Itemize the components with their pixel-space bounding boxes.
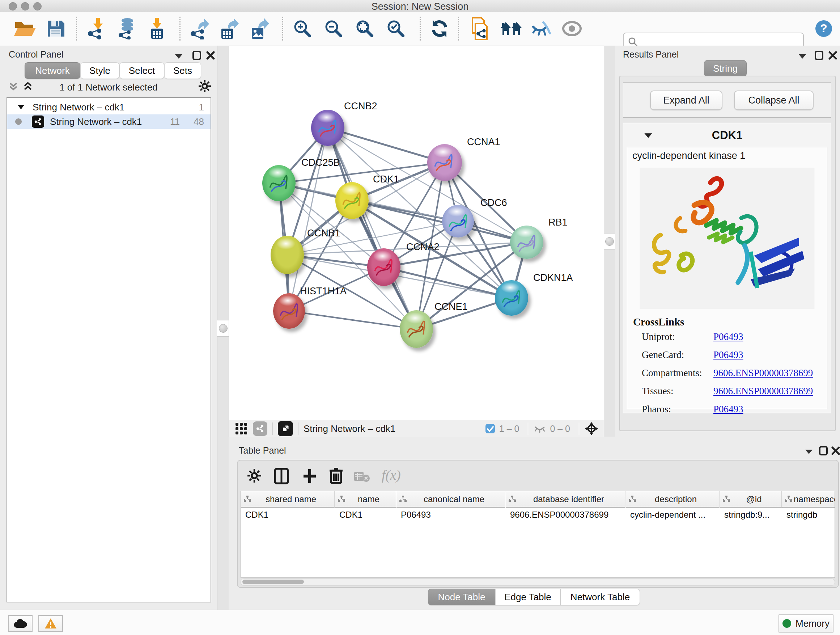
network-canvas[interactable]: CCNB2CCNA1CDC25BCDK1CDC6RB1CCNB1CCNA2CDK…: [229, 46, 604, 421]
protein-thumbnail: [373, 257, 393, 280]
table-cell[interactable]: CDK1: [335, 508, 396, 522]
cloud-button[interactable]: [8, 615, 33, 632]
column-header-shared-name[interactable]: shared name: [241, 491, 335, 508]
panel-close-icon[interactable]: [829, 51, 837, 60]
left-splitter-handle[interactable]: [217, 320, 230, 337]
show-panel-icon[interactable]: [561, 17, 583, 40]
right-splitter-handle[interactable]: [603, 233, 616, 250]
network-node-ccna2[interactable]: [367, 249, 401, 286]
warning-button[interactable]: [38, 615, 63, 632]
network-node-cdkn1a[interactable]: [495, 280, 528, 316]
network-node-rb1[interactable]: [510, 226, 543, 259]
tab-network[interactable]: Network: [25, 62, 80, 79]
crosslink-value[interactable]: P06493: [714, 331, 744, 342]
results-panel: Results Panel String Expand All Collapse…: [615, 46, 840, 437]
crosslink-value[interactable]: 9606.ENSP00000378699: [714, 367, 813, 379]
zoom-fit-icon[interactable]: [355, 17, 375, 40]
table-cell[interactable]: stringdb:9...: [720, 508, 782, 522]
network-row-selected[interactable]: String Network – cdk1 11 48: [7, 114, 210, 129]
birds-eye-icon[interactable]: [584, 421, 599, 436]
panel-float-icon[interactable]: [193, 51, 201, 60]
tree-expanded-icon[interactable]: [17, 105, 25, 110]
zoom-out-icon[interactable]: [324, 17, 344, 40]
column-header-canonical-name[interactable]: canonical name: [396, 491, 505, 508]
node-label-hist1h1a: HIST1H1A: [300, 286, 347, 297]
table-hscrollbar[interactable]: [240, 578, 835, 586]
panel-close-icon[interactable]: [206, 51, 215, 60]
export-table-icon[interactable]: [219, 17, 240, 40]
import-table-icon[interactable]: [148, 17, 166, 40]
network-node-ccnb1[interactable]: [271, 236, 304, 274]
copy-network-icon[interactable]: [470, 17, 491, 40]
home-networks-icon[interactable]: [500, 17, 523, 40]
network-node-cdc6[interactable]: [442, 205, 474, 238]
gear-icon[interactable]: [198, 80, 211, 93]
tab-edge-table[interactable]: Edge Table: [495, 589, 561, 605]
table-cell[interactable]: cyclin-dependent ...: [626, 508, 719, 522]
network-badge-icon[interactable]: [253, 421, 267, 436]
tab-network-table[interactable]: Network Table: [561, 589, 640, 605]
export-image-icon[interactable]: [249, 17, 270, 40]
refresh-icon[interactable]: [430, 17, 449, 40]
tab-sets[interactable]: Sets: [164, 62, 201, 79]
add-column-icon[interactable]: [302, 468, 317, 485]
collapse-all-button[interactable]: Collapse All: [734, 90, 813, 110]
crosslink-value[interactable]: P06493: [714, 404, 744, 415]
open-folder-icon[interactable]: [14, 17, 36, 40]
network-node-ccne1[interactable]: [400, 310, 433, 348]
tab-string[interactable]: String: [704, 60, 747, 77]
node-label-cdkn1a: CDKN1A: [533, 272, 573, 283]
panel-float-icon[interactable]: [815, 51, 823, 60]
table-cell[interactable]: CDK1: [241, 508, 334, 522]
panel-close-icon[interactable]: [831, 446, 840, 455]
network-collection-row[interactable]: String Network – cdk1 1: [7, 100, 210, 114]
grid-view-icon[interactable]: [235, 422, 248, 435]
delete-column-icon[interactable]: [329, 467, 343, 485]
network-node-cdk1[interactable]: [335, 182, 369, 219]
network-node-hist1h1a[interactable]: [273, 293, 305, 329]
panel-collapse-icon[interactable]: [174, 54, 183, 59]
open-in-window-icon[interactable]: [278, 421, 293, 436]
network-node-ccnb2[interactable]: [311, 110, 344, 146]
delete-table-icon[interactable]: [354, 471, 370, 482]
collection-count: 1: [199, 102, 204, 113]
column-header-description[interactable]: description: [626, 491, 720, 508]
table-gear-icon[interactable]: [247, 469, 262, 483]
selected-checkbox-icon[interactable]: [485, 423, 496, 434]
show-columns-icon[interactable]: [274, 468, 289, 485]
network-node-cdc25b[interactable]: [262, 165, 295, 201]
results-actions: Expand All Collapse All: [623, 82, 831, 118]
hide-panel-icon[interactable]: [531, 17, 552, 40]
zoom-in-icon[interactable]: [292, 17, 313, 40]
panel-collapse-icon[interactable]: [798, 54, 807, 59]
entry-name: CDK1: [623, 129, 831, 142]
table-hscrollbar-thumb[interactable]: [242, 580, 304, 584]
panel-collapse-icon[interactable]: [805, 449, 813, 455]
help-icon[interactable]: ?: [815, 17, 833, 40]
node-table[interactable]: shared nameCDK1nameCDK1canonical nameP06…: [240, 491, 835, 578]
tab-style[interactable]: Style: [80, 62, 119, 79]
selected-count: 1 – 0: [499, 424, 519, 434]
column-header--id[interactable]: @id: [720, 491, 782, 508]
crosslink-value[interactable]: 9606.ENSP00000378699: [714, 386, 813, 397]
import-network-icon[interactable]: [87, 17, 107, 40]
panel-float-icon[interactable]: [819, 446, 828, 455]
import-database-icon[interactable]: [117, 17, 138, 40]
column-header-namespace[interactable]: namespace: [782, 491, 835, 508]
table-cell[interactable]: P06493: [396, 508, 505, 522]
toolbar-separator: [458, 17, 459, 41]
tab-node-table[interactable]: Node Table: [428, 589, 495, 605]
export-network-icon[interactable]: [189, 17, 210, 40]
tab-select[interactable]: Select: [119, 62, 164, 79]
column-header-name[interactable]: name: [335, 491, 396, 508]
memory-button[interactable]: Memory: [778, 614, 834, 632]
column-header-database-identifier[interactable]: database identifier: [506, 491, 625, 508]
zoom-selected-icon[interactable]: [386, 17, 406, 40]
crosslink-value[interactable]: P06493: [714, 349, 744, 361]
table-cell[interactable]: stringdb: [782, 508, 835, 522]
function-builder-icon[interactable]: f(x): [382, 467, 401, 483]
expand-all-button[interactable]: Expand All: [650, 90, 722, 110]
network-node-ccna1[interactable]: [427, 144, 462, 181]
save-session-icon[interactable]: [46, 17, 65, 40]
table-cell[interactable]: 9606.ENSP00000378699: [506, 508, 625, 522]
